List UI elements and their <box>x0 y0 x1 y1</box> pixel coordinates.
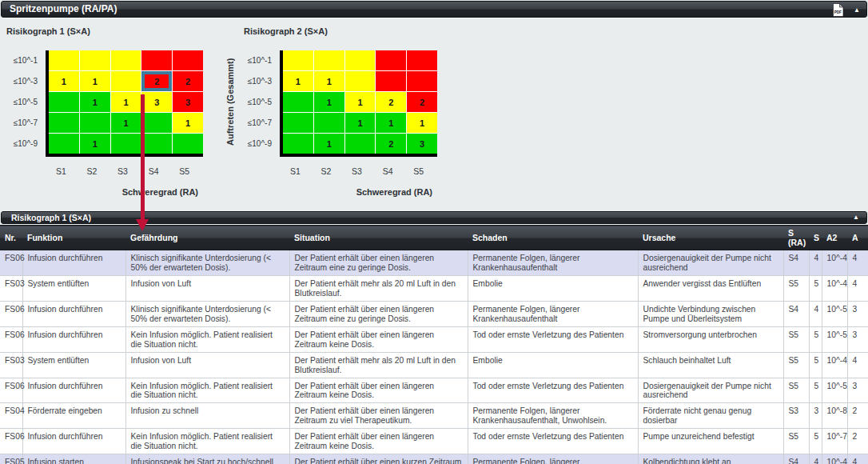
risk-cell-S5-≤10^-9[interactable] <box>173 134 203 154</box>
risk-cell-S3-≤10^-9[interactable] <box>345 134 376 154</box>
risk-cell-S3-≤10^-9[interactable] <box>111 134 141 154</box>
col-header-a[interactable]: A <box>847 226 868 250</box>
risk-cell-S4-≤10^-9[interactable]: 2 <box>376 134 406 154</box>
cell-schaden: Tod oder ernste Verletzung des Patienten <box>468 326 638 352</box>
cell-a2: 10^-7 <box>822 429 847 454</box>
risk-cell-S2-≤10^-9[interactable]: 1 <box>80 134 110 154</box>
risk-cell-S5-≤10^-3[interactable] <box>407 71 437 91</box>
risk-cell-S4-≤10^-1[interactable] <box>141 50 172 70</box>
risk-cell-S4-≤10^-5[interactable]: 2 <box>376 92 406 112</box>
col-header-schaden[interactable]: Schaden <box>468 226 638 250</box>
cell-ursache: Stromversorgung unterbrochen <box>638 326 783 352</box>
col-header-situation[interactable]: Situation <box>289 226 468 250</box>
col-header-gefaehrdung[interactable]: Gefährdung <box>125 226 289 250</box>
risk-cell-S3-≤10^-1[interactable] <box>111 50 141 70</box>
cell-situation: Der Patient erhält über einen längeren Z… <box>289 326 468 352</box>
col-header-s-ra[interactable]: S (RA) <box>783 226 809 250</box>
risk-cell-S1-≤10^-7[interactable] <box>283 113 313 133</box>
risk-cell-S2-≤10^-3[interactable]: 1 <box>80 71 110 91</box>
risk-cell-S4-≤10^-7[interactable]: 1 <box>376 113 406 133</box>
cell-funktion: Infusion durchführen <box>22 301 125 326</box>
col-header-funktion[interactable]: Funktion <box>22 226 125 250</box>
cell-schaden: Permanente Folgen, längerer Krankenhausa… <box>468 250 638 276</box>
risk-cell-S4-≤10^-3[interactable]: 2 <box>141 71 172 91</box>
risk-cell-S2-≤10^-1[interactable] <box>314 50 344 70</box>
risk-cell-S1-≤10^-1[interactable] <box>283 50 313 70</box>
cell-schaden: Permanente Folgen, längerer Krankenhausa… <box>468 454 638 464</box>
risk-cell-S4-≤10^-7[interactable] <box>141 113 172 133</box>
cell-situation: Der Patient erhält über einen kurzen Zei… <box>289 454 468 464</box>
col-header-nr[interactable]: Nr. <box>0 226 22 250</box>
risk-cell-S2-≤10^-7[interactable] <box>314 113 344 133</box>
cell-a: 3 <box>847 378 868 403</box>
table-row-fs06-2[interactable]: FS06Infusion durchführenKlinisch signifi… <box>0 301 868 326</box>
risk-cell-S1-≤10^-3[interactable]: 1 <box>49 71 79 91</box>
table-row-fs03-4[interactable]: FS03System entlüftenInfusion von LuftDer… <box>0 352 868 378</box>
risk-cell-S2-≤10^-5[interactable]: 1 <box>80 92 110 112</box>
cell-ursache: Schlauch beinhaltet Luft <box>638 352 783 378</box>
col-header-a2[interactable]: A2 <box>822 226 847 250</box>
cell-gefaehrdung: Klinisch signifikante Unterdosierung (< … <box>125 250 289 276</box>
risk-cell-S3-≤10^-5[interactable]: 1 <box>345 92 376 112</box>
risk-cell-S4-≤10^-1[interactable] <box>376 50 406 70</box>
risk-cell-S5-≤10^-3[interactable]: 2 <box>173 71 203 91</box>
risk-cell-S5-≤10^-7[interactable]: 1 <box>407 113 437 133</box>
col-header-ursache[interactable]: Ursache <box>638 226 783 250</box>
risk-cell-S1-≤10^-9[interactable] <box>283 134 313 154</box>
pdf-export-icon[interactable]: PDF <box>832 3 844 17</box>
risk-cell-S2-≤10^-3[interactable]: 1 <box>314 71 344 91</box>
risk-cell-S3-≤10^-7[interactable]: 1 <box>111 113 141 133</box>
risk-cell-S2-≤10^-9[interactable]: 1 <box>314 134 344 154</box>
risk-cell-S5-≤10^-1[interactable] <box>407 50 437 70</box>
risk-cell-S3-≤10^-3[interactable] <box>345 71 376 91</box>
table-row-fs06-7[interactable]: FS06Infusion durchführenKein Infusion mö… <box>0 429 868 454</box>
risikograph2-y-axis-title: Auftreten (Gesammt) <box>225 47 235 156</box>
risk-cell-S1-≤10^-3[interactable]: 1 <box>283 71 313 91</box>
cell-schaden: Embolie <box>468 352 638 378</box>
risk-cell-S5-≤10^-7[interactable]: 1 <box>173 113 203 133</box>
risikograph1-x-axis: S1S2S3S4S5 <box>46 166 200 176</box>
risk-cell-S2-≤10^-1[interactable] <box>80 50 110 70</box>
risk-cell-S1-≤10^-9[interactable] <box>49 134 79 154</box>
table-row-fs06-0[interactable]: FS06Infusion durchführenKlinisch signifi… <box>0 250 868 276</box>
y-tick-label: ≤10^-1 <box>235 50 272 71</box>
risk-cell-S5-≤10^-5[interactable]: 3 <box>173 92 203 112</box>
risk-cell-S4-≤10^-9[interactable] <box>141 134 172 154</box>
col-header-s[interactable]: S <box>809 226 822 250</box>
x-tick-label: S2 <box>311 166 342 176</box>
risk-cell-S2-≤10^-5[interactable]: 1 <box>314 92 344 112</box>
risk-cell-S2-≤10^-7[interactable] <box>80 113 110 133</box>
risk-cell-S3-≤10^-3[interactable] <box>111 71 141 91</box>
risk-cell-S5-≤10^-1[interactable] <box>173 50 203 70</box>
table-row-fs05-8[interactable]: FS05Infusion startenInfusionspeak bei St… <box>0 454 868 464</box>
cell-nr: FS06 <box>0 429 22 454</box>
x-tick-label: S2 <box>77 166 108 176</box>
cell-s-ra: S5 <box>783 352 809 378</box>
risk-cell-S1-≤10^-5[interactable] <box>49 92 79 112</box>
cell-situation: Der Patient erhält über einen längeren Z… <box>289 301 468 326</box>
risk-cell-S5-≤10^-5[interactable]: 2 <box>407 92 437 112</box>
risk-cell-S1-≤10^-7[interactable] <box>49 113 79 133</box>
cell-s: 5 <box>809 352 822 378</box>
table-row-fs04-6[interactable]: FS04Förderrate eingebenInfusion zu schne… <box>0 403 868 429</box>
cell-s: 5 <box>809 429 822 454</box>
risk-cell-S3-≤10^-1[interactable] <box>345 50 376 70</box>
risk-cell-S4-≤10^-3[interactable] <box>376 71 406 91</box>
cell-ursache: Förderrate nicht genau genug dosierbar <box>638 403 783 429</box>
cell-s-ra: S5 <box>783 276 809 302</box>
risk-cell-S1-≤10^-1[interactable] <box>49 50 79 70</box>
risk-cell-S3-≤10^-7[interactable]: 1 <box>345 113 376 133</box>
table-row-fs03-1[interactable]: FS03System entlüftenInfusion von LuftDer… <box>0 276 868 302</box>
table-row-fs06-5[interactable]: FS06Infusion durchführenKein Infusion mö… <box>0 378 868 403</box>
cell-ursache: Pumpe unzureichend befestigt <box>638 429 783 454</box>
risk-cell-S4-≤10^-5[interactable]: 3 <box>141 92 172 112</box>
risk-cell-S5-≤10^-9[interactable]: 3 <box>407 134 437 154</box>
cell-situation: Der Patient erhält mehr als 20 ml Luft i… <box>289 276 468 302</box>
risk-cell-S1-≤10^-5[interactable] <box>283 92 313 112</box>
cell-ursache: Undichte Verbindung zwischen Pumpe und Ü… <box>638 301 783 326</box>
x-tick-label: S3 <box>107 166 138 176</box>
panel-collapse-icon[interactable]: ▲ <box>854 7 860 14</box>
table-collapse-icon[interactable]: ▲ <box>853 214 859 221</box>
table-row-fs06-3[interactable]: FS06Infusion durchführenKein Infusion mö… <box>0 326 868 352</box>
risk-cell-S3-≤10^-5[interactable]: 1 <box>111 92 141 112</box>
